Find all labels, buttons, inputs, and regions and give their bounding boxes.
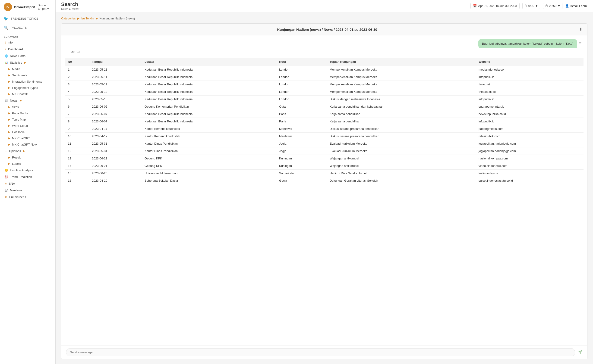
sidebar-item-word-cloud[interactable]: ▶ Word Cloud: [0, 123, 55, 129]
time-start-button[interactable]: ⏱ 0:00 ▼: [522, 3, 540, 9]
sidebar-item-sna[interactable]: ✳ SNA: [0, 180, 55, 187]
sites-bullet: ▶: [8, 105, 10, 109]
cell-tanggal: 2023-06-07: [89, 117, 142, 125]
sidebar-item-mk-chatgpt-new[interactable]: ▶ MK ChatGPT New: [0, 141, 55, 148]
table-row: 10 2023-04-17 Kantor Kemendikbudristek M…: [65, 132, 584, 140]
sidebar-item-engagement-types[interactable]: ▶ Engagement Types: [0, 85, 55, 91]
message-input[interactable]: [66, 348, 575, 356]
mk-chatgpt-new-bullet: ▶: [8, 143, 10, 146]
cell-tanggal: 2023-04-17: [89, 132, 142, 140]
sidebar-item-labels[interactable]: ▶ Labels: [0, 161, 55, 167]
cell-no: 14: [65, 162, 89, 169]
topbar: Search News ▶ Mkbot 📅 Apr 01, 2023 to Ju…: [56, 0, 593, 12]
labels-bullet: ▶: [8, 162, 10, 165]
sidebar-trending-topics[interactable]: 🐦 TRENDING TOPICS: [0, 14, 55, 23]
info-label: Info: [8, 41, 13, 44]
sidebar-item-dashboard[interactable]: ≡ Dashboard: [0, 46, 55, 52]
cell-no: 3: [65, 81, 89, 88]
cell-no: 11: [65, 140, 89, 147]
cell-tujuan: Kerja sama pendidikan dan kebudayaan: [327, 103, 476, 110]
breadcrumb-categories[interactable]: Categories: [61, 17, 76, 20]
sidebar-item-interaction-sentiments[interactable]: ▶ Interaction Sentiments: [0, 78, 55, 85]
news-arrow: ▶: [20, 99, 22, 102]
logo-icon: Dr: [4, 3, 12, 11]
sidebar-item-news[interactable]: 📰 News ▶: [0, 97, 55, 104]
date-range-button[interactable]: 📅 Apr 01, 2023 to Jun 30, 2023: [470, 3, 520, 9]
sidebar-item-info[interactable]: ℹ Info: [0, 39, 55, 46]
sidebar-item-emotion-analysis[interactable]: 😊 Emotion Analysis: [0, 167, 55, 174]
col-kota: Kota: [276, 58, 327, 66]
chat-area: Buat lagi tabelnya, tambahkan kolom "Lok…: [61, 35, 587, 58]
sidebar-item-news-portal[interactable]: 🌐 News Portal: [0, 52, 55, 59]
word-cloud-bullet: ▶: [8, 124, 10, 127]
topic-map-bullet: ▶: [8, 118, 10, 121]
sidebar-item-sites[interactable]: ▶ Sites: [0, 104, 55, 110]
cell-website: infopublik.id: [476, 95, 584, 103]
table-row: 9 2023-04-17 Kantor Kemendikbudristek Me…: [65, 125, 584, 132]
sidebar-item-statistics[interactable]: 📊 Statistics ▶: [0, 59, 55, 66]
time-end-button[interactable]: ⏱ 23:59 ▼: [543, 3, 562, 9]
sidebar-item-mk-chatgpt[interactable]: ▶ MK ChatGPT: [0, 91, 55, 97]
cell-no: 15: [65, 169, 89, 177]
data-table: No Tanggal Lokasi Kota Tujuan Kunjungan …: [65, 58, 584, 184]
cell-kota: Kuningan: [276, 162, 327, 169]
cell-no: 5: [65, 95, 89, 103]
sidebar-item-hot-topic[interactable]: ▶ Hot Topic: [0, 129, 55, 135]
download-button[interactable]: ⬇: [579, 27, 583, 32]
opinions-icon: ☰: [5, 150, 7, 153]
time-end-caret: ▼: [557, 4, 560, 8]
sidebar-item-trend-prediction[interactable]: ⏰ Trend Prediction: [0, 174, 55, 180]
sidebar-item-opinions[interactable]: ☰ Opinions ▶: [0, 148, 55, 154]
cell-tanggal: 2023-05-12: [89, 81, 142, 88]
cell-tujuan: Memperkenalkan Kampus Merdeka: [327, 66, 476, 73]
edit-icon[interactable]: ✏: [579, 41, 582, 45]
statistics-icon: 📊: [5, 61, 8, 64]
sidebar-projects[interactable]: 🔍 PROJECTS: [0, 23, 55, 32]
mk-chatgpt-new-label: MK ChatGPT New: [12, 143, 37, 146]
labels-label: Labels: [12, 162, 21, 165]
sidebar-item-mentions[interactable]: 💬 Mentions: [0, 187, 55, 194]
cell-lokasi: Kantor Kemendikbudristek: [142, 125, 276, 132]
interaction-sentiments-bullet: ▶: [8, 80, 10, 83]
breadcrumb-isu-terkini[interactable]: Isu Terkini: [81, 17, 94, 20]
sidebar-item-topic-map[interactable]: ▶ Topic Map: [0, 116, 55, 123]
dashboard-label: Dashboard: [8, 47, 23, 51]
cell-kota: Paris: [276, 110, 327, 117]
cell-tanggal: 2023-06-21: [89, 155, 142, 162]
engagement-types-bullet: ▶: [8, 86, 10, 89]
cell-kota: Jogja: [276, 147, 327, 155]
table-row: 3 2023-05-12 Kedutaan Besar Republik Ind…: [65, 81, 584, 88]
sidebar-item-mk-chatgpt2[interactable]: ▶ MK ChatGPT: [0, 135, 55, 141]
trending-topics-label: TRENDING TOPICS: [11, 17, 38, 20]
media-label: Media: [12, 67, 20, 71]
time-end-label: 23:59: [549, 4, 557, 8]
sidebar-item-result[interactable]: ▶ Result: [0, 154, 55, 161]
cell-kota: Samarinda: [276, 169, 327, 177]
cell-tanggal: 2023-06-05: [89, 103, 142, 110]
cell-tanggal: 2023-06-26: [89, 169, 142, 177]
sidebar-item-full-screens[interactable]: 🖥 Full Screens: [0, 194, 55, 200]
breadcrumb-row: Categories ▶ Isu Terkini ▶ Kunjungan Nad…: [61, 17, 587, 20]
news-portal-icon: 🌐: [5, 54, 8, 58]
logo-dropdown[interactable]: Drone Emprit ▾: [38, 3, 52, 10]
sidebar-item-sentiments[interactable]: ▶ Sentiments: [0, 72, 55, 78]
sidebar-item-media[interactable]: ▶ Media: [0, 66, 55, 72]
topbar-breadcrumb: News ▶ Mkbot: [61, 7, 79, 11]
table-row: 5 2023-05-15 Kedutaan Besar Republik Ind…: [65, 95, 584, 103]
date-range-label: Apr 01, 2023 to Jun 30, 2023: [478, 4, 517, 8]
user-icon: 👤: [565, 4, 569, 8]
table-row: 13 2023-06-21 Gedung KPK Kuningan Wejang…: [65, 155, 584, 162]
send-button[interactable]: [578, 349, 583, 355]
cell-no: 13: [65, 155, 89, 162]
clock-end-icon: ⏱: [545, 4, 548, 8]
cell-lokasi: Gedung KPK: [142, 162, 276, 169]
cell-kota: Mentawai: [276, 125, 327, 132]
logo-area[interactable]: Dr DroneEmprit Drone Emprit ▾: [0, 0, 55, 14]
table-row: 4 2023-05-12 Kedutaan Besar Republik Ind…: [65, 88, 584, 95]
hot-topic-label: Hot Topic: [12, 130, 25, 134]
mk-chatgpt2-label: MK ChatGPT: [12, 136, 30, 140]
sidebar-item-page-ranks[interactable]: ▶ Page Ranks: [0, 110, 55, 116]
cell-kota: Kuningan: [276, 155, 327, 162]
cell-lokasi: Kantor Kemendikbudristek: [142, 132, 276, 140]
cell-lokasi: Kedutaan Besar Republik Indonesia: [142, 73, 276, 81]
